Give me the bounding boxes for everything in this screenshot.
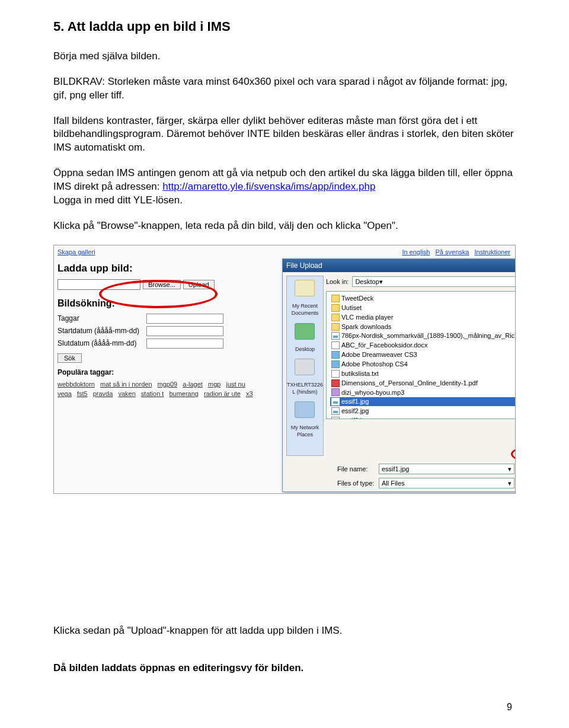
file-row[interactable]: essif1.jpg [330, 397, 516, 406]
file-name-combo[interactable]: essif1.jpg ▾ [379, 464, 514, 474]
file-name: dizi_whyoo-byou.mp3 [341, 388, 404, 397]
file-row[interactable]: TweetDeck [330, 294, 516, 303]
lang-instructions[interactable]: Instruktioner [474, 248, 510, 256]
mp3-icon [331, 388, 340, 396]
file-name: TweetDeck [341, 294, 373, 303]
file-row[interactable]: Uutiset [330, 304, 516, 312]
sidebar-item-label[interactable]: TXHELRT3226 L (hindsm) [287, 381, 323, 395]
txt-icon [331, 341, 340, 349]
jpg-icon [331, 332, 340, 340]
file-row[interactable]: essif3.jpg [330, 416, 516, 419]
file-row[interactable]: Adobe Photoshop CS4 [330, 360, 516, 369]
look-in-row: Look in: Desktop ▾ [326, 276, 516, 288]
file-row[interactable]: essif2.jpg [330, 407, 516, 416]
file-row[interactable]: Spark downloads [330, 323, 516, 331]
chevron-down-icon: ▾ [508, 479, 512, 488]
file-listing[interactable]: TweetDeckUutisetVLC media playerSpark do… [326, 291, 516, 419]
chevron-down-icon: ▾ [379, 277, 383, 286]
tag[interactable]: mat så in i norden [100, 381, 152, 388]
file-name: essif3.jpg [341, 416, 369, 419]
tag[interactable]: vaken [118, 390, 135, 397]
pdf-icon [331, 379, 340, 387]
section-title-text: Att ladda upp en bild i IMS [68, 19, 231, 34]
startdatum-row: Startdatum (åååå-mm-dd) [57, 326, 277, 336]
ims-screenshot: Skapa galleri In english På svenska Inst… [53, 245, 516, 494]
dialog-title-text: File Upload [286, 261, 322, 270]
file-row[interactable]: butikslista.txt [330, 369, 516, 378]
file-row[interactable]: 786px-Nordisk_sommarkväll_(1889-1900),_m… [330, 331, 516, 340]
slutdatum-input[interactable] [146, 339, 223, 349]
tag[interactable]: station t [141, 390, 164, 397]
file-row[interactable]: dizi_whyoo-byou.mp3 [330, 388, 516, 397]
file-name: Dimensions_of_Personal_Online_Identity-1… [341, 379, 478, 388]
tag[interactable]: just nu [226, 381, 245, 388]
paragraph-4: Öppna sedan IMS antingen genom att gå vi… [53, 167, 516, 207]
file-row[interactable]: VLC media player [330, 313, 516, 322]
look-in-value: Desktop [355, 277, 379, 286]
jpg-icon [331, 398, 340, 405]
tag[interactable]: bumerang [169, 390, 199, 397]
computer-icon[interactable] [295, 359, 315, 375]
file-name: Spark downloads [341, 323, 391, 331]
paragraph-3: Ifall bildens kontraster, färger, skärpa… [53, 114, 516, 155]
ims-url-link[interactable]: http://amaretto.yle.fi/svenska/ims/app/i… [162, 181, 375, 192]
tag[interactable]: mgp09 [158, 381, 178, 388]
browse-button[interactable]: Browse... [143, 280, 181, 289]
lang-english[interactable]: In english [402, 248, 430, 256]
folder-icon [331, 304, 340, 312]
tag[interactable]: fst5 [77, 390, 88, 397]
taggar-row: Taggar [57, 314, 277, 324]
paragraph-2: BILDKRAV: Storleken måste vara minst 640… [53, 75, 516, 103]
app-icon [331, 351, 340, 359]
sidebar-item-label[interactable]: My Network Places [287, 424, 323, 438]
ladda-upp-heading: Ladda upp bild: [57, 262, 277, 276]
startdatum-label: Startdatum (åååå-mm-dd) [57, 326, 146, 336]
recent-docs-icon[interactable] [295, 280, 315, 296]
upload-path-input[interactable] [57, 279, 140, 290]
paragraph-1: Börja med själva bilden. [53, 50, 516, 63]
chevron-down-icon: ▾ [508, 465, 512, 474]
file-name-label: File name: [337, 465, 379, 474]
paragraph-7: Då bilden laddats öppnas en editeringsvy… [53, 662, 516, 675]
file-name: 786px-Nordisk_sommarkväll_(1889-1900),_m… [341, 331, 516, 340]
tag[interactable]: vega [57, 390, 72, 397]
lang-swedish[interactable]: På svenska [436, 248, 469, 256]
network-places-icon[interactable] [295, 401, 315, 418]
files-of-type-label: Files of type: [337, 479, 379, 488]
txt-icon [331, 370, 340, 378]
files-of-type-combo[interactable]: All Files ▾ [379, 478, 514, 488]
startdatum-input[interactable] [146, 326, 223, 336]
upload-button[interactable]: Upload [183, 280, 215, 289]
tag[interactable]: a-laget [183, 381, 203, 388]
jpg-icon [331, 417, 340, 419]
look-in-select[interactable]: Desktop ▾ [352, 276, 516, 287]
ims-left-pane: Ladda upp bild: Browse... Upload Bildsök… [57, 262, 277, 399]
taggar-label: Taggar [57, 314, 146, 323]
taggar-input[interactable] [146, 314, 223, 324]
tag[interactable]: radion är ute [204, 390, 241, 397]
sidebar-item-label[interactable]: Desktop [295, 346, 315, 353]
file-name-value: essif1.jpg [382, 465, 409, 474]
tag[interactable]: mgp [208, 381, 220, 388]
populara-taggar-heading: Populära taggar: [57, 368, 277, 377]
tag[interactable]: x3 [246, 390, 253, 397]
skapa-galleri-link[interactable]: Skapa galleri [57, 248, 95, 257]
tag[interactable]: webbdoktorn [57, 381, 95, 388]
desktop-icon[interactable] [295, 323, 315, 340]
files-of-type-value: All Files [382, 479, 405, 488]
file-row[interactable]: Adobe Dreamweaver CS3 [330, 350, 516, 359]
top-language-links: In english På svenska Instruktioner [398, 248, 510, 257]
sok-button[interactable]: Sök [57, 353, 82, 363]
dialog-titlebar[interactable]: File Upload ? × [283, 259, 516, 272]
section-number: 5. [53, 19, 64, 34]
slutdatum-row: Slutdatum (åååå-mm-dd) [57, 339, 277, 349]
file-row[interactable]: ABC_för_Facebooksidor.docx [330, 341, 516, 350]
popular-tags: webbdoktorn mat så in i norden mgp09 a-l… [57, 379, 277, 399]
sidebar-item-label[interactable]: My Recent Documents [287, 302, 323, 317]
file-row[interactable]: Dimensions_of_Personal_Online_Identity-1… [330, 379, 516, 388]
section-heading: 5. Att ladda upp en bild i IMS [53, 18, 516, 36]
tag[interactable]: pravda [93, 390, 113, 397]
app-icon [331, 360, 340, 368]
paragraph-4b: Logga in med ditt YLE-lösen. [53, 194, 183, 206]
paragraph-6: Klicka sedan på "Upload"-knappen för att… [53, 624, 516, 638]
